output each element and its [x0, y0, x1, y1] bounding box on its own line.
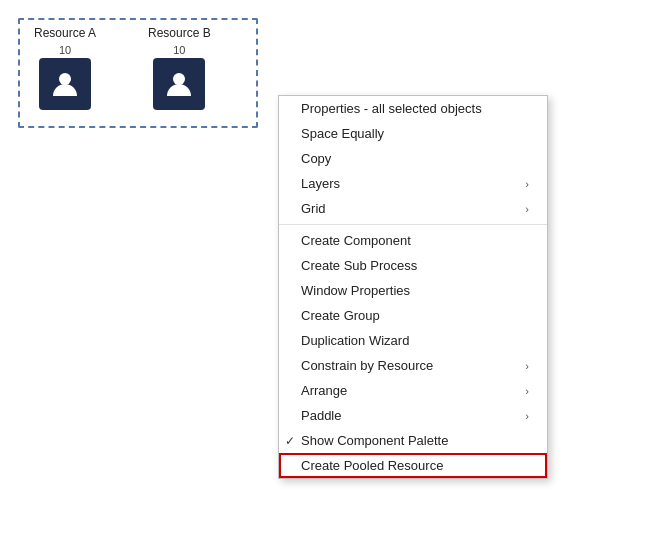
person-icon-b [163, 68, 195, 100]
menu-label-create-pooled-resource: Create Pooled Resource [301, 458, 529, 473]
menu-item-arrange[interactable]: Arrange› [279, 378, 547, 403]
resource-a-count: 10 [59, 44, 71, 56]
context-menu: Properties - all selected objectsSpace E… [278, 95, 548, 479]
menu-label-create-component: Create Component [301, 233, 529, 248]
menu-label-create-sub-process: Create Sub Process [301, 258, 529, 273]
menu-item-show-component-palette[interactable]: ✓Show Component Palette [279, 428, 547, 453]
menu-item-constrain-by-resource[interactable]: Constrain by Resource› [279, 353, 547, 378]
menu-item-properties-all[interactable]: Properties - all selected objects [279, 96, 547, 121]
resource-a-icon [39, 58, 91, 110]
menu-item-paddle[interactable]: Paddle› [279, 403, 547, 428]
menu-arrow-grid: › [525, 203, 529, 215]
menu-arrow-constrain-by-resource: › [525, 360, 529, 372]
menu-item-grid[interactable]: Grid› [279, 196, 547, 221]
menu-separator [279, 224, 547, 225]
menu-item-space-equally[interactable]: Space Equally [279, 121, 547, 146]
menu-label-arrange: Arrange [301, 383, 525, 398]
resource-b-icon [153, 58, 205, 110]
person-icon-a [49, 68, 81, 100]
menu-label-show-component-palette: Show Component Palette [301, 433, 529, 448]
resource-node-a[interactable]: Resource A 10 [34, 26, 96, 110]
menu-arrow-arrange: › [525, 385, 529, 397]
menu-arrow-paddle: › [525, 410, 529, 422]
menu-item-create-sub-process[interactable]: Create Sub Process [279, 253, 547, 278]
resource-b-count: 10 [173, 44, 185, 56]
menu-item-window-properties[interactable]: Window Properties [279, 278, 547, 303]
menu-label-duplication-wizard: Duplication Wizard [301, 333, 529, 348]
menu-label-copy: Copy [301, 151, 529, 166]
menu-item-create-group[interactable]: Create Group [279, 303, 547, 328]
resource-b-label: Resource B [148, 26, 211, 42]
menu-item-copy[interactable]: Copy [279, 146, 547, 171]
menu-item-create-pooled-resource[interactable]: Create Pooled Resource [279, 453, 547, 478]
menu-label-layers: Layers [301, 176, 525, 191]
svg-point-1 [173, 73, 185, 85]
resource-a-label: Resource A [34, 26, 96, 42]
menu-label-space-equally: Space Equally [301, 126, 529, 141]
canvas: Resource A 10 Resource B 10 Properties -… [0, 0, 650, 559]
resource-node-b[interactable]: Resource B 10 [148, 26, 211, 110]
menu-label-paddle: Paddle [301, 408, 525, 423]
menu-item-duplication-wizard[interactable]: Duplication Wizard [279, 328, 547, 353]
menu-item-create-component[interactable]: Create Component [279, 228, 547, 253]
menu-label-create-group: Create Group [301, 308, 529, 323]
menu-label-grid: Grid [301, 201, 525, 216]
menu-check-show-component-palette: ✓ [285, 434, 301, 448]
svg-point-0 [59, 73, 71, 85]
menu-label-properties-all: Properties - all selected objects [301, 101, 529, 116]
menu-label-constrain-by-resource: Constrain by Resource [301, 358, 525, 373]
menu-label-window-properties: Window Properties [301, 283, 529, 298]
menu-item-layers[interactable]: Layers› [279, 171, 547, 196]
menu-arrow-layers: › [525, 178, 529, 190]
